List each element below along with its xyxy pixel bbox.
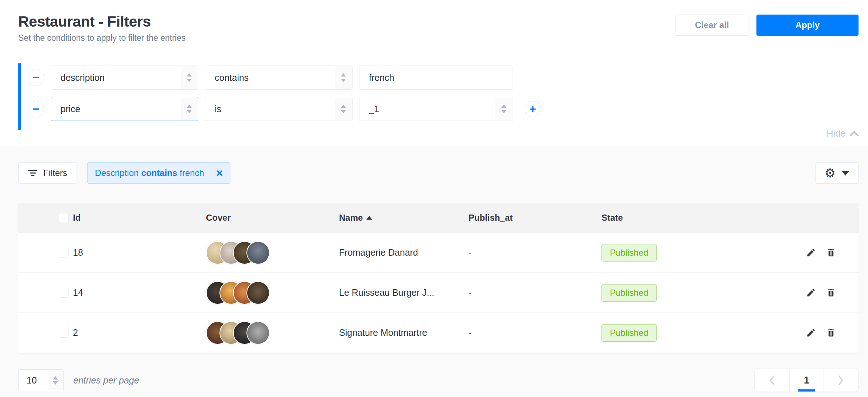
select-arrows-icon [48,370,63,390]
list-toolbar: Filters Description contains french × ⚙ [18,162,859,184]
minus-icon: − [33,72,39,83]
minus-icon: − [33,103,39,114]
hide-filters-link[interactable]: Hide [827,128,859,139]
filters-panel: Restaurant - Filters Set the conditions … [0,0,868,146]
page-number-button[interactable]: 1 [789,369,824,392]
cover-photo [246,281,270,304]
table-row[interactable]: 14 Le Ruisseau Burger J... - Published [18,272,859,313]
edit-button[interactable] [806,248,816,258]
cell-name: Fromagerie Danard [339,247,468,258]
chevron-up-icon [850,131,859,136]
plus-icon: + [530,103,536,114]
entries-table: Id Cover Name Publish_at State 18 Fromag… [18,203,859,353]
chip-value: french [180,168,204,178]
filter-row: − description contains [28,66,859,90]
current-page-indicator [798,389,815,392]
filter-field-value: price [61,104,80,114]
filter-operator-select[interactable]: contains [205,66,353,90]
pagination: 1 [754,369,859,392]
edit-button[interactable] [806,288,816,298]
hide-label: Hide [827,128,845,139]
edit-button[interactable] [806,328,816,338]
filters-button-label: Filters [43,168,67,178]
cell-cover [206,281,339,304]
row-checkbox[interactable] [59,248,69,258]
select-all-checkbox[interactable] [59,213,69,223]
filter-chip[interactable]: Description contains french × [87,162,230,184]
table-row[interactable]: 2 Signature Montmartre - Published [18,313,859,353]
page-size-value: 10 [27,375,37,386]
header-actions: Clear all Apply [676,15,859,36]
filter-operator-select[interactable]: is [205,97,353,121]
select-arrows-icon [335,66,352,89]
table-row[interactable]: 18 Fromagerie Danard - Published [18,232,859,272]
status-badge: Published [602,284,657,302]
cover-photo [246,321,270,345]
remove-filter-button[interactable]: − [28,70,44,86]
chevron-left-icon [769,375,775,385]
filter-field-value: description [61,72,105,83]
pencil-icon [806,328,816,338]
page-subtitle: Set the conditions to apply to filter th… [18,33,186,43]
delete-button[interactable] [826,288,836,298]
entries-per-page-label: entries per page [73,375,139,386]
column-header-cover[interactable]: Cover [206,213,339,223]
previous-page-button[interactable] [755,369,789,392]
chevron-right-icon [838,375,844,385]
delete-button[interactable] [826,248,836,258]
trash-icon [826,248,836,258]
filter-row: − price is _1 + [28,97,859,121]
cell-publish-at: - [468,287,602,298]
filter-value-input[interactable] [359,66,513,90]
gear-icon: ⚙ [825,167,836,179]
cell-id: 2 [73,327,206,338]
filter-icon [28,169,38,177]
select-arrows-icon [181,66,198,89]
filters-button[interactable]: Filters [18,162,77,184]
row-checkbox[interactable] [59,328,69,338]
page-title: Restaurant - Filters [18,13,186,30]
filter-field-select[interactable]: description [51,66,198,90]
cell-publish-at: - [468,327,602,338]
cell-name: Le Ruisseau Burger J... [339,287,468,298]
select-arrows-icon [181,98,198,120]
filter-value-select[interactable]: _1 [359,97,513,121]
apply-button[interactable]: Apply [756,15,859,36]
next-page-button[interactable] [824,369,858,392]
status-badge: Published [602,244,657,262]
chevron-down-icon [841,171,849,176]
cell-cover [206,241,339,264]
filter-field-select[interactable]: price [51,97,198,121]
settings-dropdown-button[interactable]: ⚙ [816,162,859,184]
select-arrows-icon [495,98,512,120]
table-header-row: Id Cover Name Publish_at State [18,203,859,232]
select-arrows-icon [335,98,352,120]
row-checkbox[interactable] [59,288,69,298]
pencil-icon [806,288,816,298]
status-badge: Published [602,324,657,342]
column-header-id[interactable]: Id [73,213,206,223]
column-header-name[interactable]: Name [339,213,468,223]
trash-icon [826,328,836,338]
pencil-icon [806,248,816,258]
filter-value: _1 [369,104,379,114]
delete-button[interactable] [826,328,836,338]
remove-filter-button[interactable]: − [28,101,44,117]
remove-chip-icon[interactable]: × [216,167,223,179]
filter-group-bar [18,63,21,130]
cell-id: 14 [73,287,206,298]
column-header-state[interactable]: State [602,213,804,223]
page-size-select[interactable]: 10 [18,369,64,391]
cell-id: 18 [73,247,206,258]
chip-divider [210,168,210,178]
chip-field: Description [95,168,139,178]
clear-all-button[interactable]: Clear all [676,15,748,36]
sort-asc-icon [366,216,372,220]
filter-operator-value: is [215,104,221,114]
page-header: Restaurant - Filters Set the conditions … [18,13,186,43]
column-header-publish-at[interactable]: Publish_at [468,213,602,223]
add-filter-button[interactable]: + [525,101,541,117]
trash-icon [826,288,836,298]
list-footer: 10 entries per page 1 [18,369,859,392]
filter-builder: − description contains − price is [18,66,859,139]
